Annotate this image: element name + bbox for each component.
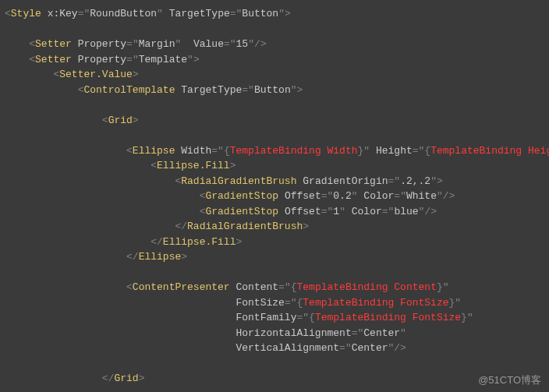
xaml-code-block: <Style x:Key="RoundButton" TargetType="B… <box>0 0 549 392</box>
watermark-text: @51CTO博客 <box>478 373 541 388</box>
